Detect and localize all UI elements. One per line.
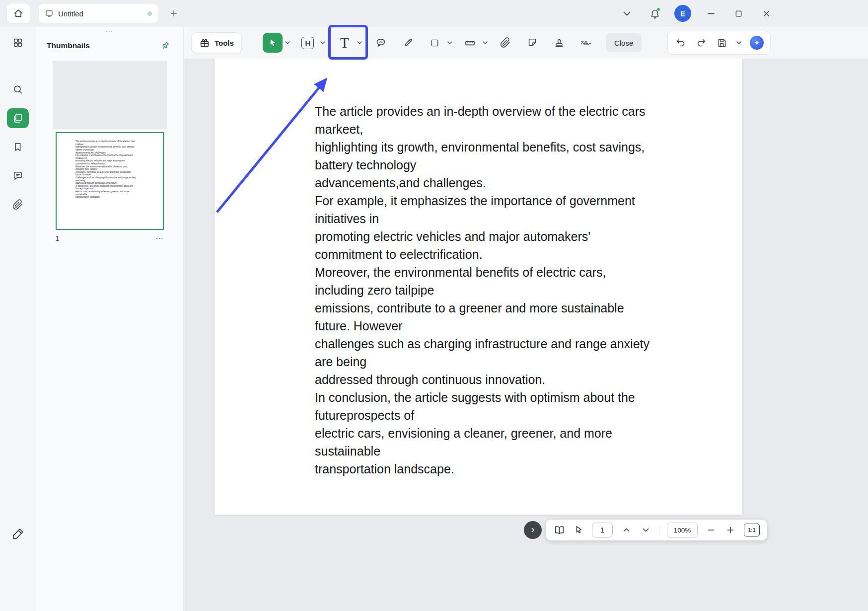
plus-icon — [726, 526, 734, 534]
text-tool-chevron[interactable] — [356, 33, 363, 53]
pin-panel-button[interactable] — [158, 39, 172, 53]
edit-text-tool-chevron[interactable] — [319, 33, 326, 53]
page-number-input[interactable] — [592, 523, 613, 537]
titlebar-dropdown-button[interactable] — [619, 5, 635, 22]
pin-icon — [160, 41, 170, 51]
document-tab[interactable]: Untitled — [39, 4, 158, 23]
ai-assistant-button[interactable]: ✦ — [750, 36, 764, 50]
statusbar-pill: 100% 1:1 — [546, 520, 767, 540]
text-tool-button[interactable]: T — [335, 33, 355, 53]
minus-icon — [707, 526, 715, 534]
text-line: battery technology — [315, 156, 732, 174]
signature-ink-button[interactable] — [11, 528, 24, 540]
thumbnail-more-button[interactable]: ⋯ — [156, 234, 164, 243]
plus-icon — [169, 9, 178, 18]
paperclip-icon — [12, 199, 23, 210]
square-icon — [430, 38, 440, 48]
panel-handle[interactable]: ⋯ — [36, 28, 183, 35]
save-button[interactable] — [715, 35, 728, 50]
zoom-level[interactable]: 100% — [667, 523, 698, 537]
notifications-button[interactable] — [647, 5, 663, 22]
tools-button[interactable]: Tools — [191, 32, 242, 53]
redo-button[interactable] — [695, 35, 708, 50]
thumbnails-header: Thumbnails — [36, 35, 183, 53]
signature-tool-button[interactable] — [576, 33, 596, 53]
minimize-button[interactable] — [703, 5, 719, 22]
home-button[interactable] — [7, 3, 30, 23]
grid-icon — [12, 37, 23, 48]
comment-bubble-icon — [375, 37, 387, 49]
history-save-controls: ✦ — [667, 31, 771, 55]
undo-icon — [675, 37, 686, 48]
measure-tool-button[interactable] — [460, 33, 480, 53]
next-page-button[interactable] — [640, 524, 651, 536]
shape-tool-chevron[interactable] — [446, 33, 453, 53]
document-text: The article provides an in-depth overvie… — [215, 59, 742, 478]
expand-statusbar-button[interactable]: › — [524, 521, 542, 539]
shape-tool-button[interactable] — [425, 33, 445, 53]
user-avatar[interactable]: E — [674, 5, 691, 22]
sticker-icon — [527, 37, 538, 48]
text-line: Moreover, the environmental benefits of … — [315, 263, 732, 281]
text-tool-icon: T — [340, 36, 349, 50]
chevron-down-icon — [285, 41, 290, 44]
new-tab-button[interactable] — [166, 5, 182, 21]
search-panel-button[interactable] — [7, 79, 29, 99]
bookmark-icon — [12, 142, 23, 153]
edit-text-tool-group: H — [298, 33, 326, 53]
thumbnails-panel: ⋯ Thumbnails The article provides an in-… — [36, 27, 184, 611]
comments-panel-button[interactable] — [7, 166, 29, 186]
maximize-button[interactable] — [730, 5, 747, 22]
close-window-button[interactable] — [758, 5, 775, 22]
attachment-tool-button[interactable] — [496, 33, 515, 53]
close-document-button[interactable]: Close — [606, 33, 642, 52]
pen-icon — [403, 37, 414, 48]
book-icon — [554, 525, 565, 536]
read-mode-button[interactable] — [553, 524, 565, 536]
presentation-pointer-button[interactable] — [573, 524, 584, 536]
chevron-down-icon — [447, 41, 452, 44]
measure-tool-chevron[interactable] — [482, 33, 489, 53]
stamp-tool-button[interactable] — [549, 33, 569, 53]
zoom-out-button[interactable] — [705, 524, 717, 536]
page-thumbnail[interactable]: The article provides an in-depth overvie… — [56, 132, 164, 230]
thumbnails-panel-button[interactable] — [7, 108, 29, 128]
thumbnail-text: The article provides an in-depth overvie… — [75, 140, 160, 199]
text-line: addressed through continuous innovation. — [315, 371, 732, 388]
text-line: In conclusion, the article suggests with… — [315, 388, 732, 406]
save-options-chevron[interactable] — [735, 35, 742, 50]
select-tool-chevron[interactable] — [284, 33, 291, 53]
main-area: Tools — [184, 27, 868, 611]
chevron-down-icon — [736, 41, 741, 44]
text-line: sustaiinable — [315, 442, 732, 460]
pages-icon — [12, 113, 23, 124]
sticker-tool-button[interactable] — [522, 33, 542, 53]
document-tab-icon — [45, 9, 54, 18]
pen-tool-button[interactable] — [398, 33, 418, 53]
text-line: electric cars, envisioning a cleaner, gr… — [315, 424, 732, 442]
statusbar-divider — [659, 525, 659, 535]
text-line: markeet, — [315, 120, 732, 138]
chevron-down-icon — [623, 11, 631, 16]
chevron-down-icon — [357, 41, 362, 44]
bookmarks-panel-button[interactable] — [7, 137, 29, 157]
zoom-in-button[interactable] — [724, 524, 736, 536]
actual-size-button[interactable]: 1:1 — [744, 524, 760, 536]
text-line: are being — [315, 353, 732, 371]
thumbnail-meta: 1 ⋯ — [56, 234, 164, 243]
previous-page-button[interactable] — [620, 524, 632, 536]
titlebar: Untitled E — [0, 0, 868, 27]
undo-button[interactable] — [674, 35, 687, 50]
text-line: The article provides an in-depth overvie… — [315, 102, 732, 120]
thumbnail-placeholder — [53, 61, 167, 129]
text-line: emissions, contribute to a greener and m… — [315, 299, 732, 317]
edit-text-tool-button[interactable]: H — [298, 33, 318, 53]
paperclip-icon — [500, 37, 511, 48]
measure-tool-group — [460, 33, 489, 53]
select-tool-button[interactable] — [263, 33, 283, 53]
comment-tool-button[interactable] — [371, 33, 391, 53]
tab-title: Untitled — [58, 9, 143, 18]
pdf-page[interactable]: The article provides an in-depth overvie… — [215, 59, 742, 515]
apps-menu-button[interactable] — [7, 33, 29, 53]
attachments-panel-button[interactable] — [7, 195, 29, 215]
